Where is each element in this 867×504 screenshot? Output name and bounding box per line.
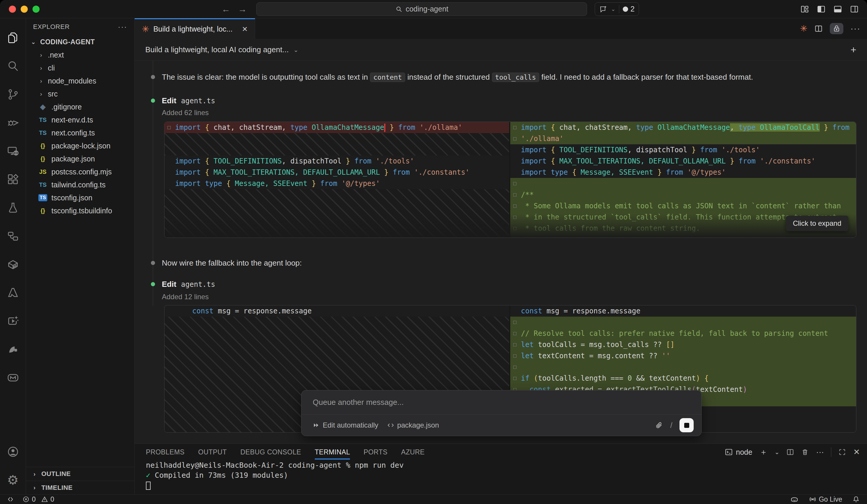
close-panel-icon[interactable]: ✕ xyxy=(853,447,860,457)
search-icon[interactable] xyxy=(0,52,26,80)
tree-item-next.config.ts[interactable]: TSnext.config.ts xyxy=(26,126,135,139)
accounts-icon[interactable] xyxy=(0,438,26,466)
chevron-down-icon[interactable]: ⌄ xyxy=(774,449,780,456)
panel-tab-debug-console[interactable]: DEBUG CONSOLE xyxy=(240,448,301,456)
zoom-window-button[interactable] xyxy=(32,6,40,13)
go-live-button[interactable]: Go Live xyxy=(809,495,842,503)
explorer-icon[interactable] xyxy=(0,24,26,52)
close-icon[interactable]: ✕ xyxy=(242,25,248,33)
azure-ai-icon[interactable] xyxy=(0,335,26,363)
notifications-bell-icon[interactable] xyxy=(852,495,860,503)
remote-indicator-icon[interactable] xyxy=(7,495,15,503)
mongodb-icon[interactable] xyxy=(0,363,26,392)
diff-gutter-marker[interactable] xyxy=(513,182,516,185)
tree-item-tsconfig.json[interactable]: TStsconfig.json xyxy=(26,191,135,204)
split-terminal-icon[interactable] xyxy=(786,448,794,456)
testing-icon[interactable] xyxy=(0,194,26,222)
diff-gutter-marker[interactable] xyxy=(513,193,516,197)
tab-chat-session[interactable]: ✳ Build a lightweight, loc... ✕ xyxy=(135,18,255,39)
diff-gutter-marker[interactable] xyxy=(513,137,516,141)
split-editor-icon[interactable] xyxy=(814,24,823,33)
lock-button[interactable] xyxy=(830,23,843,34)
diff-gutter-marker[interactable] xyxy=(513,227,516,230)
new-terminal-icon[interactable]: ＋ xyxy=(760,447,768,457)
panel-tab-output[interactable]: OUTPUT xyxy=(198,448,227,456)
maximize-panel-icon[interactable] xyxy=(838,448,846,456)
tree-item-node_modules[interactable]: ›node_modules xyxy=(26,74,135,87)
diff-gutter-marker[interactable] xyxy=(513,343,516,347)
copilot-widget[interactable]: ⌄ 2 xyxy=(595,2,639,16)
new-chat-icon[interactable]: + xyxy=(850,44,856,55)
diff-gutter-marker[interactable] xyxy=(513,377,516,380)
diff-gutter-marker[interactable] xyxy=(513,365,516,369)
message-input[interactable]: Queue another message... xyxy=(301,391,701,415)
mode-selector[interactable]: Edit automatically xyxy=(313,421,378,429)
terminal-output[interactable]: neilhaddley@Neils-MacBook-Air-2 coding-a… xyxy=(135,460,867,491)
diff-line-added: * Some Ollama models emit tool calls as … xyxy=(510,200,856,211)
chat-title[interactable]: Build a lightweight, local AI coding age… xyxy=(145,45,289,54)
edit-header[interactable]: Edit agent.ts xyxy=(135,96,215,105)
extensions-icon[interactable] xyxy=(0,165,26,194)
stop-button[interactable] xyxy=(679,418,694,432)
close-window-button[interactable] xyxy=(9,6,16,13)
source-control-icon[interactable] xyxy=(0,80,26,109)
azure-icon[interactable] xyxy=(0,278,26,307)
back-icon[interactable]: ← xyxy=(222,4,230,14)
diff-card[interactable]: import { chat, chatStream, type OllamaCh… xyxy=(164,122,856,238)
tree-item-tailwind.config.ts[interactable]: TStailwind.config.ts xyxy=(26,178,135,191)
click-to-expand-button[interactable]: Click to expand xyxy=(786,216,848,231)
settings-gear-icon[interactable]: ⚙ xyxy=(0,466,26,494)
context-file-chip[interactable]: package.json xyxy=(387,421,439,429)
tree-item-package-lock.json[interactable]: {}package-lock.json xyxy=(26,139,135,152)
tree-item-postcss.config.mjs[interactable]: JSpostcss.config.mjs xyxy=(26,165,135,178)
remote-explorer-icon[interactable] xyxy=(0,137,26,165)
more-actions-icon[interactable]: ··· xyxy=(850,24,860,33)
toggle-primary-sidebar-icon[interactable] xyxy=(817,5,826,13)
panel-tab-terminal[interactable]: TERMINAL xyxy=(315,448,350,459)
diff-gutter-marker[interactable] xyxy=(168,126,171,129)
activity-bar: ⚙ xyxy=(0,18,26,494)
problems-status[interactable]: 0 0 xyxy=(22,495,54,503)
sidebar-more-icon[interactable]: ··· xyxy=(118,22,127,32)
diff-gutter-marker[interactable] xyxy=(513,216,516,219)
sidebar-section-outline[interactable]: ›OUTLINE xyxy=(26,467,135,481)
chevron-down-icon[interactable]: ⌄ xyxy=(293,46,299,53)
tree-item-.next[interactable]: ›.next xyxy=(26,48,135,62)
diff-gutter-marker[interactable] xyxy=(513,126,516,129)
terminal-instance[interactable]: node xyxy=(725,448,752,457)
tree-item-cli[interactable]: ›cli xyxy=(26,62,135,74)
containers-icon[interactable] xyxy=(0,250,26,278)
edit-header[interactable]: Edit agent.ts xyxy=(135,280,215,289)
forward-icon[interactable]: → xyxy=(238,4,247,14)
claude-spark-icon[interactable]: ✳ xyxy=(800,24,807,33)
panel-tab-azure[interactable]: AZURE xyxy=(401,448,425,456)
tree-root[interactable]: ⌄ CODING-AGENT xyxy=(26,35,135,48)
diff-gutter-marker[interactable] xyxy=(513,354,516,358)
object-explorer-icon[interactable] xyxy=(0,222,26,250)
edit-meta: Added 62 lines xyxy=(135,109,209,117)
attach-icon[interactable] xyxy=(655,421,663,429)
tree-item-.gitignore[interactable]: ◆.gitignore xyxy=(26,100,135,113)
ai-toolkit-icon[interactable] xyxy=(0,307,26,335)
panel-tab-problems[interactable]: PROBLEMS xyxy=(146,448,184,456)
more-actions-icon[interactable]: ··· xyxy=(816,448,824,457)
tree-item-package.json[interactable]: {}package.json xyxy=(26,152,135,165)
diff-gutter-marker[interactable] xyxy=(513,332,516,335)
panel-tab-ports[interactable]: PORTS xyxy=(364,448,387,456)
run-and-debug-icon[interactable] xyxy=(0,109,26,137)
customize-layout-icon[interactable] xyxy=(800,5,809,13)
diff-gutter-marker[interactable] xyxy=(513,205,516,208)
tree-item-next-env.d.ts[interactable]: TSnext-env.d.ts xyxy=(26,113,135,126)
kill-terminal-icon[interactable] xyxy=(801,448,809,456)
tree-item-src[interactable]: ›src xyxy=(26,87,135,100)
toggle-panel-icon[interactable] xyxy=(833,5,842,13)
copilot-icon[interactable] xyxy=(790,495,799,504)
command-center-search[interactable]: coding-agent xyxy=(256,2,587,16)
diff-gutter-marker[interactable] xyxy=(513,321,516,324)
chevron-right-icon: › xyxy=(38,78,44,84)
chevron-down-icon: ⌄ xyxy=(611,6,616,12)
tree-item-tsconfig.tsbuildinfo[interactable]: {}tsconfig.tsbuildinfo xyxy=(26,204,135,217)
sidebar-section-timeline[interactable]: ›TIMELINE xyxy=(26,481,135,494)
toggle-secondary-sidebar-icon[interactable] xyxy=(850,5,859,13)
minimize-window-button[interactable] xyxy=(21,6,28,13)
